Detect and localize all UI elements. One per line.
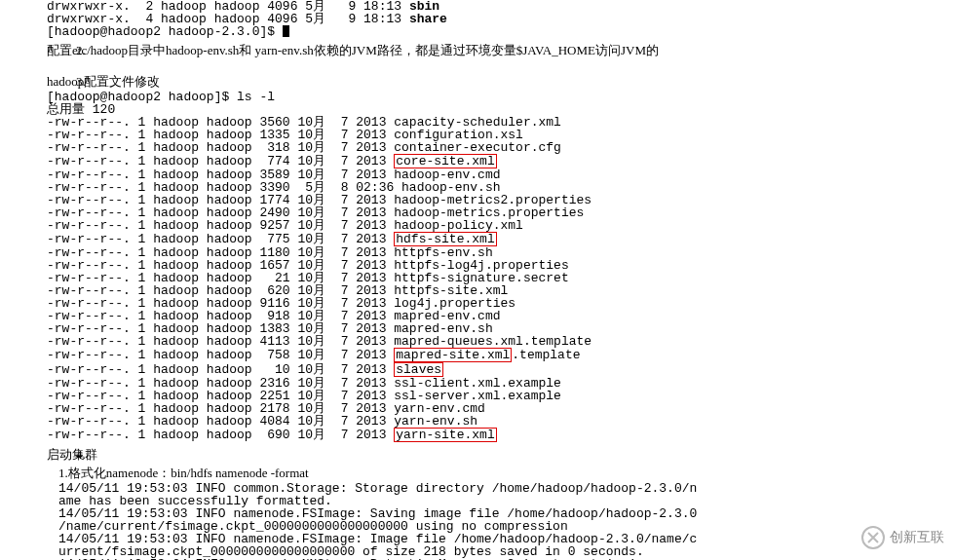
logo-icon bbox=[860, 525, 886, 550]
list-item-2: 2. 配置etc/hadoop目录中hadoop-env.sh和 yarn-en… bbox=[47, 42, 954, 59]
ls-row: -rw-r--r--. 1 hadoop hadoop 4113 10月 7 2… bbox=[47, 335, 954, 348]
list-marker: 3. bbox=[76, 73, 86, 91]
list-item-3: 3. hadoop配置文件修改 [hadoop@hadoop2 hadoop]$… bbox=[47, 73, 954, 442]
file-name: yarn-site.xml bbox=[394, 428, 496, 442]
list-item-4: 4. 启动集群 1.格式化namenode：bin/hdfs namenode … bbox=[47, 446, 954, 560]
log-line: /name/current/fsimage.ckpt_0000000000000… bbox=[58, 520, 954, 533]
file-name: yarn-env.sh bbox=[394, 414, 477, 429]
log-line: 14/05/11 19:53:03 INFO common.Storage: S… bbox=[58, 482, 954, 495]
logo-text: 创新互联 bbox=[890, 528, 944, 547]
watermark-logo: 创新互联 bbox=[860, 525, 944, 550]
item2-text: 配置etc/hadoop目录中hadoop-env.sh和 yarn-env.s… bbox=[47, 43, 659, 57]
file-name: core-site.xml bbox=[394, 154, 496, 168]
log-output: 14/05/11 19:53:03 INFO common.Storage: S… bbox=[47, 482, 954, 560]
ls-row: -rw-r--r--. 1 hadoop hadoop 758 10月 7 20… bbox=[47, 348, 954, 362]
file-name: slaves bbox=[394, 362, 443, 377]
ls-row: -rw-r--r--. 1 hadoop hadoop 690 10月 7 20… bbox=[47, 428, 954, 442]
log-line: ame has been successfully formatted. bbox=[58, 495, 954, 507]
file-meta: -rw-r--r--. 1 hadoop hadoop 690 10月 7 20… bbox=[47, 428, 394, 442]
item3-text: hadoop配置文件修改 bbox=[47, 74, 160, 89]
ls-row: -rw-r--r--. 1 hadoop hadoop 10 10月 7 201… bbox=[47, 362, 954, 377]
log-line: 14/05/11 19:53:03 INFO namenode.FSImage:… bbox=[58, 507, 954, 520]
file-name: hdfs-site.xml bbox=[394, 232, 496, 246]
ls-row: -rw-r--r--. 1 hadoop hadoop 4084 10月 7 2… bbox=[47, 415, 954, 428]
file-name-suffix: .template bbox=[512, 348, 580, 362]
ls-row: -rw-r--r--. 1 hadoop hadoop 774 10月 7 20… bbox=[47, 154, 954, 168]
log-line: 14/05/11 19:53:03 INFO namenode.FSImage:… bbox=[58, 533, 954, 545]
item4-text: 启动集群 bbox=[47, 447, 97, 462]
list-marker: 2. bbox=[76, 42, 86, 59]
file-meta: -rw-r--r--. 1 hadoop hadoop 4084 10月 7 2… bbox=[47, 414, 394, 429]
file-meta: -rw-r--r--. 1 hadoop hadoop 774 10月 7 20… bbox=[47, 154, 394, 168]
file-meta: -rw-r--r--. 1 hadoop hadoop 4113 10月 7 2… bbox=[47, 334, 394, 349]
file-meta: -rw-r--r--. 1 hadoop hadoop 758 10月 7 20… bbox=[47, 348, 394, 362]
file-meta: -rw-r--r--. 1 hadoop hadoop 775 10月 7 20… bbox=[47, 232, 394, 246]
log-line: urrent/fsimage.ckpt_0000000000000000000 … bbox=[58, 545, 954, 558]
dir-name: share bbox=[409, 12, 447, 26]
file-meta: -rw-r--r--. 1 hadoop hadoop 318 10月 7 20… bbox=[47, 140, 394, 155]
file-meta: -rw-r--r--. 1 hadoop hadoop 10 10月 7 201… bbox=[47, 362, 394, 377]
file-meta: -rw-r--r--. 1 hadoop hadoop 9257 10月 7 2… bbox=[47, 218, 394, 233]
terminal-snippet-top: drwxrwxr-x. 2 hadoop hadoop 4096 5月 9 18… bbox=[47, 0, 954, 38]
file-name: mapred-site.xml bbox=[394, 348, 512, 362]
list-marker: 4. bbox=[76, 446, 86, 464]
sub-step-1: 1.格式化namenode：bin/hdfs namenode -format bbox=[47, 465, 954, 482]
shell-prompt: [hadoop@hadoop2 hadoop-2.3.0]$ bbox=[47, 25, 954, 38]
shell-prompt-ls: [hadoop@hadoop2 hadoop]$ ls -l bbox=[47, 91, 954, 103]
ls-listing: -rw-r--r--. 1 hadoop hadoop 3560 10月 7 2… bbox=[47, 116, 954, 442]
file-name: container-executor.cfg bbox=[394, 140, 561, 155]
ls-row: -rw-r--r--. 1 hadoop hadoop 775 10月 7 20… bbox=[47, 232, 954, 246]
cursor-icon bbox=[283, 25, 289, 37]
ls-row: -rw-r--r--. 1 hadoop hadoop 9257 10月 7 2… bbox=[47, 219, 954, 232]
file-name: hadoop-policy.xml bbox=[394, 218, 523, 233]
file-name: mapred-queues.xml.template bbox=[394, 334, 591, 349]
ls-row: -rw-r--r--. 1 hadoop hadoop 318 10月 7 20… bbox=[47, 141, 954, 154]
